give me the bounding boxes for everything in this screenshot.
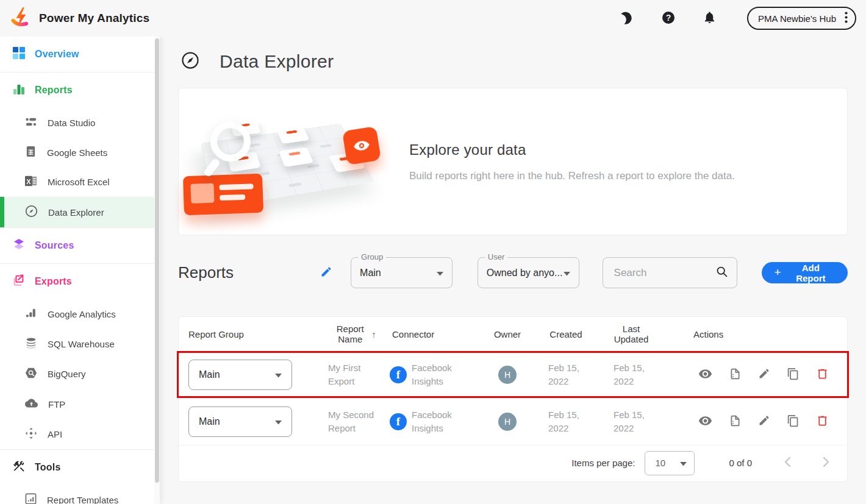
col-header-last-updated[interactable]: Last Updated <box>598 324 664 344</box>
sidebar-item-label: BigQuery <box>48 369 86 379</box>
delete-report-button[interactable] <box>816 367 829 382</box>
edit-reports-button[interactable] <box>320 266 332 280</box>
group-filter-select[interactable]: Group Main <box>351 257 453 288</box>
duplicate-report-button[interactable] <box>787 414 800 429</box>
chevron-down-icon <box>680 458 687 468</box>
data-grid-illustration <box>179 94 409 229</box>
view-report-button[interactable] <box>698 367 712 383</box>
sidebar-item-label: Overview <box>35 49 79 60</box>
row-group-select[interactable]: Main <box>188 360 292 390</box>
sidebar-item-ftp[interactable]: FTP <box>0 389 160 419</box>
add-report-button[interactable]: + Add Report <box>762 262 848 283</box>
search-input[interactable] <box>613 266 715 280</box>
table-row: Main My First Export f Facebook Insights… <box>179 351 847 398</box>
sidebar-item-label: FTP <box>48 399 65 410</box>
sidebar-item-label: Reports <box>35 85 73 96</box>
hero-subtitle: Build reports right here in the hub. Ref… <box>409 170 735 182</box>
sidebar-item-report-templates[interactable]: Report Templates <box>0 485 160 504</box>
sidebar-item-google-sheets[interactable]: Google Sheets <box>0 138 160 167</box>
reports-table: Report Group Report Name ↑ Connector Own… <box>178 316 848 482</box>
created-cell: Feb 15, 2022 <box>548 408 584 435</box>
copy-icon <box>787 414 800 429</box>
sidebar-item-label: SQL Warehouse <box>48 339 115 349</box>
delete-report-button[interactable] <box>816 414 829 429</box>
group-filter-value: Main <box>360 268 437 279</box>
report-file-button[interactable] <box>729 367 742 382</box>
report-template-icon <box>25 493 37 504</box>
data-studio-icon <box>25 116 37 130</box>
sidebar-item-tools[interactable]: Tools <box>0 450 160 485</box>
plus-icon: + <box>775 266 781 278</box>
col-header-report-name[interactable]: Report Name ↑ <box>318 324 390 344</box>
sidebar-item-api[interactable]: API <box>0 419 160 449</box>
col-header-report-group[interactable]: Report Group <box>188 329 318 339</box>
report-file-button[interactable] <box>729 414 742 429</box>
page-title: Data Explorer <box>220 51 334 72</box>
sidebar-item-exports[interactable]: Exports <box>0 264 160 299</box>
sidebar-item-bigquery[interactable]: BigQuery <box>0 359 160 389</box>
trash-icon <box>816 414 829 429</box>
sidebar-item-data-explorer[interactable]: Data Explorer <box>0 197 160 227</box>
brand-logo-icon <box>9 5 33 32</box>
notifications-button[interactable] <box>703 10 717 26</box>
view-report-button[interactable] <box>698 414 712 430</box>
sidebar-item-label: Report Templates <box>47 495 118 504</box>
export-arrow-icon <box>12 274 26 289</box>
chevron-down-icon <box>564 268 570 279</box>
svg-text:X: X <box>26 178 31 185</box>
next-page-button[interactable] <box>823 456 830 469</box>
top-header: Power My Analytics ? <box>0 0 866 37</box>
reports-toolbar: Reports Group Main User Owned by anyo... <box>178 257 848 288</box>
search-field[interactable] <box>603 257 737 288</box>
col-header-connector[interactable]: Connector <box>390 329 481 339</box>
edit-report-button[interactable] <box>758 414 770 428</box>
facebook-icon: f <box>390 413 407 430</box>
table-row: Main My Second Report f Facebook Insight… <box>179 398 847 445</box>
pagination-range: 0 of 0 <box>729 458 752 468</box>
sidebar-item-label: Data Studio <box>48 118 95 128</box>
col-header-owner[interactable]: Owner <box>481 329 534 339</box>
bigquery-icon <box>25 367 37 381</box>
facebook-icon: f <box>390 366 407 383</box>
dashboard-squares-icon <box>12 46 26 62</box>
sidebar-scrollbar-thumb[interactable] <box>155 38 159 483</box>
previous-page-button[interactable] <box>784 456 791 469</box>
account-menu-button[interactable]: PMA Newbie's Hub <box>747 7 856 30</box>
sidebar-item-label: Google Sheets <box>47 147 107 158</box>
id-card-graphic <box>183 174 263 215</box>
brand: Power My Analytics <box>9 5 149 32</box>
google-analytics-icon <box>25 307 37 321</box>
google-sheets-icon <box>25 146 37 159</box>
chevron-right-icon <box>823 456 830 469</box>
sidebar-item-microsoft-excel[interactable]: X Microsoft Excel <box>0 167 160 197</box>
copy-icon <box>787 367 800 382</box>
bell-icon <box>703 10 717 26</box>
sidebar-item-google-analytics[interactable]: Google Analytics <box>0 299 160 329</box>
sidebar-item-sources[interactable]: Sources <box>0 228 160 263</box>
owner-avatar: H <box>498 366 517 384</box>
page-size-select[interactable]: 10 <box>645 451 695 475</box>
sidebar-item-label: Data Explorer <box>48 207 104 218</box>
search-icon <box>715 265 728 280</box>
duplicate-report-button[interactable] <box>787 367 800 382</box>
main-content: Data Explorer <box>160 37 866 504</box>
sidebar-scrollbar-track[interactable] <box>154 37 160 504</box>
sidebar-item-overview[interactable]: Overview <box>0 37 160 72</box>
compass-page-icon <box>181 51 199 72</box>
chevron-left-icon <box>784 456 791 469</box>
sidebar-item-data-studio[interactable]: Data Studio <box>0 108 160 138</box>
items-per-page-label: Items per page: <box>571 458 635 468</box>
col-header-created[interactable]: Created <box>534 329 598 339</box>
edit-report-button[interactable] <box>758 367 770 382</box>
updated-cell: Feb 15, 2022 <box>614 408 649 435</box>
eye-icon <box>698 367 712 383</box>
row-group-select[interactable]: Main <box>188 406 292 437</box>
chevron-down-icon <box>437 268 443 279</box>
help-button[interactable]: ? <box>661 10 676 27</box>
sidebar-item-reports[interactable]: Reports <box>0 73 160 108</box>
layers-diamond-icon <box>12 238 26 254</box>
sort-ascending-icon: ↑ <box>371 329 376 339</box>
user-filter-select[interactable]: User Owned by anyo... <box>478 257 579 288</box>
sidebar-item-sql-warehouse[interactable]: SQL Warehouse <box>0 329 160 359</box>
dark-mode-toggle-button[interactable] <box>620 10 634 27</box>
